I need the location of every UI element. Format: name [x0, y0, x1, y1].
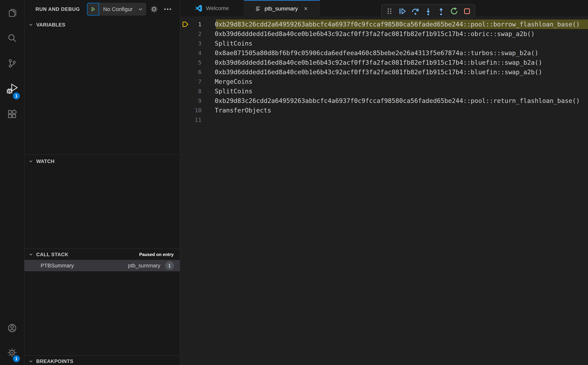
tab-label: Welcome [206, 5, 229, 11]
toolbar-drag-gripper[interactable] [384, 6, 395, 16]
debug-settings-button[interactable] [150, 5, 158, 14]
breakpoint-gutter[interactable] [180, 58, 190, 67]
breakpoint-gutter[interactable] [180, 20, 190, 29]
gripper-icon [385, 7, 394, 15]
files-icon [7, 8, 17, 18]
breakpoint-gutter[interactable] [180, 115, 190, 125]
continue-icon [398, 7, 406, 15]
sidebar-item-extensions[interactable] [0, 101, 24, 127]
code-line[interactable]: 20xb39d6dddedd16ed8a40ce0b1e6b43c92acf0f… [180, 29, 588, 39]
step-over-icon [411, 7, 420, 15]
start-debugging-button[interactable] [87, 3, 99, 16]
code-line[interactable]: 3SplitCoins [180, 39, 588, 48]
tab-ptb-summary[interactable]: ptb_summary [244, 0, 320, 17]
line-number[interactable]: 3 [190, 40, 202, 47]
sidebar-header: RUN AND DEBUG No Configur [24, 0, 180, 18]
breakpoint-gutter[interactable] [180, 39, 190, 48]
restart-icon [450, 7, 458, 15]
section-call-stack[interactable]: CALL STACK Paused on entry [24, 250, 180, 259]
code-line[interactable]: 8SplitCoins [180, 86, 588, 96]
line-number[interactable]: 7 [190, 78, 202, 85]
code-text[interactable]: 0xb39d6dddedd16ed8a40ce0b1e6b43c92acf0ff… [202, 59, 542, 66]
section-label: BREAKPOINTS [36, 358, 73, 364]
stop-button[interactable] [462, 6, 472, 16]
line-number[interactable]: 11 [190, 117, 202, 123]
chevron-down-icon [28, 252, 33, 257]
thread-count-badge: 1 [165, 261, 174, 270]
line-number[interactable]: 1 [190, 21, 202, 28]
section-variables[interactable]: VARIABLES [24, 21, 180, 29]
code-line[interactable]: 10xb29d83c26cdd2a64959263abbcfc4a6937f0c… [180, 20, 588, 29]
step-out-button[interactable] [436, 6, 446, 16]
code-text[interactable]: 0x8ae871505a80d8bf6bf9c05906cda6edfeea46… [202, 49, 538, 56]
code-line[interactable]: 40x8ae871505a80d8bf6bf9c05906cda6edfeea4… [180, 48, 588, 58]
code-text[interactable]: SplitCoins [202, 87, 252, 95]
code-line[interactable]: 90xb29d83c26cdd2a64959263abbcfc4a6937f0c… [180, 96, 588, 105]
code-line[interactable]: 10TransferObjects [180, 105, 588, 115]
settings-badge: 1 [12, 355, 21, 363]
editor-group: Welcome ptb_summary [180, 0, 588, 365]
gear-icon [150, 5, 158, 13]
line-number[interactable]: 2 [190, 30, 202, 37]
stop-icon [463, 7, 471, 15]
activity-bar: 1 [0, 0, 24, 365]
line-number[interactable]: 8 [190, 88, 202, 94]
section-breakpoints[interactable]: BREAKPOINTS [24, 357, 180, 365]
breakpoint-gutter[interactable] [180, 48, 190, 58]
search-icon [7, 33, 17, 43]
more-actions-button[interactable] [163, 5, 172, 14]
breakpoint-gutter[interactable] [180, 86, 190, 96]
section-watch[interactable]: WATCH [24, 157, 180, 166]
sidebar-item-run-and-debug[interactable]: 1 [0, 76, 24, 101]
continue-button[interactable] [397, 6, 407, 16]
code-text[interactable]: MergeCoins [202, 78, 252, 85]
line-number[interactable]: 5 [190, 59, 202, 66]
tab-welcome[interactable]: Welcome [180, 0, 244, 17]
sidebar-item-explorer[interactable] [0, 0, 24, 25]
code-area[interactable]: 10xb29d83c26cdd2a64959263abbcfc4a6937f0c… [180, 17, 588, 365]
code-line[interactable]: 11 [180, 115, 588, 125]
call-stack-session-row[interactable]: PTBSummary ptb_summary 1 [24, 260, 180, 271]
code-line[interactable]: 60xb39d6dddedd16ed8a40ce0b1e6b43c92acf0f… [180, 67, 588, 77]
section-divider [24, 248, 180, 249]
sidebar-item-search[interactable] [0, 25, 24, 51]
code-line[interactable]: 7MergeCoins [180, 77, 588, 86]
extensions-icon [7, 109, 17, 119]
restart-button[interactable] [449, 6, 459, 16]
breakpoint-gutter[interactable] [180, 77, 190, 86]
breakpoint-gutter[interactable] [180, 96, 190, 105]
line-number[interactable]: 6 [190, 69, 202, 75]
code-text[interactable]: 0xb39d6dddedd16ed8a40ce0b1e6b43c92acf0ff… [202, 68, 542, 76]
line-number[interactable]: 9 [190, 98, 202, 104]
breakpoint-gutter[interactable] [180, 29, 190, 39]
step-into-button[interactable] [423, 6, 433, 16]
section-label: CALL STACK [36, 252, 68, 258]
sidebar-title: RUN AND DEBUG [35, 7, 80, 12]
chevron-down-icon [138, 7, 143, 12]
close-tab-button[interactable] [303, 6, 309, 11]
code-text[interactable]: 0xb39d6dddedd16ed8a40ce0b1e6b43c92acf0ff… [202, 30, 535, 37]
code-text[interactable]: 0xb29d83c26cdd2a64959263abbcfc4a6937f0c9… [202, 21, 580, 28]
section-label: WATCH [36, 159, 54, 164]
tab-label: ptb_summary [265, 6, 298, 12]
code-line[interactable]: 50xb39d6dddedd16ed8a40ce0b1e6b43c92acf0f… [180, 58, 588, 67]
config-dropdown[interactable]: No Configur [99, 3, 146, 16]
section-divider [24, 355, 180, 356]
breakpoint-gutter[interactable] [180, 105, 190, 115]
line-number[interactable]: 4 [190, 50, 202, 56]
step-over-button[interactable] [410, 6, 420, 16]
code-text[interactable]: TransferObjects [202, 107, 271, 114]
chevron-down-icon [28, 359, 33, 364]
list-file-icon [255, 6, 261, 12]
code-text[interactable]: 0xb29d83c26cdd2a64959263abbcfc4a6937f0c9… [202, 97, 580, 104]
line-number[interactable]: 10 [190, 107, 202, 114]
activity-bar-bottom: 1 [0, 316, 24, 365]
code-text[interactable]: SplitCoins [202, 40, 252, 47]
settings-button[interactable]: 1 [0, 340, 24, 365]
accounts-button[interactable] [0, 316, 24, 340]
section-divider [24, 154, 180, 155]
sidebar-item-source-control[interactable] [0, 51, 24, 76]
section-label: VARIABLES [36, 22, 65, 28]
config-dropdown-label: No Configur [103, 6, 138, 12]
breakpoint-gutter[interactable] [180, 67, 190, 77]
